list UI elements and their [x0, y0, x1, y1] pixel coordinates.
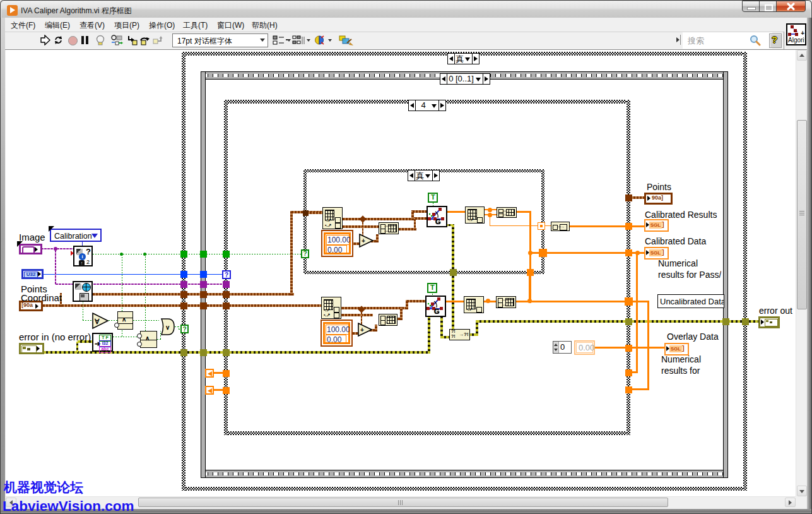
svg-text:∀: ∀	[94, 318, 100, 325]
svg-text:+: +	[362, 237, 365, 244]
svg-text:+: +	[360, 326, 364, 333]
svg-text:∨: ∨	[165, 324, 170, 331]
